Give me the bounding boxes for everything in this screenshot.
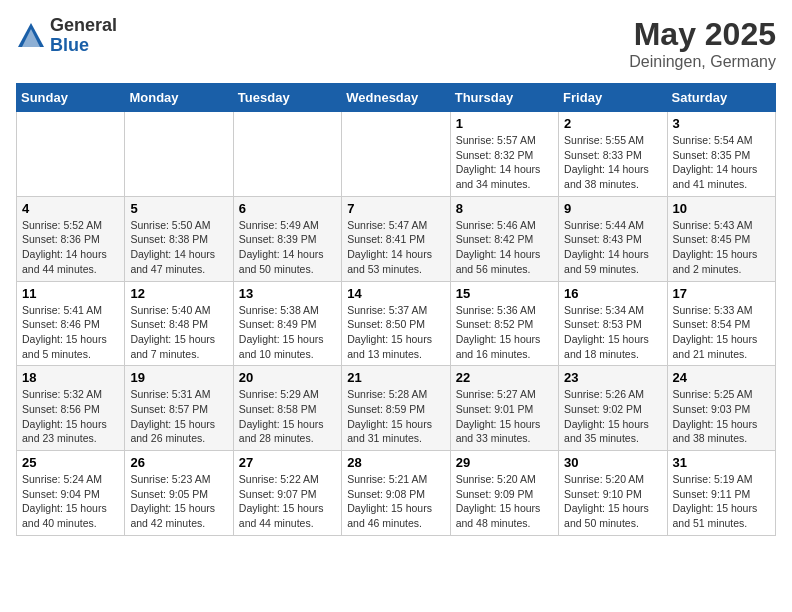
day-info: Sunrise: 5:28 AM Sunset: 8:59 PM Dayligh… xyxy=(347,387,444,446)
calendar-cell: 2Sunrise: 5:55 AM Sunset: 8:33 PM Daylig… xyxy=(559,112,667,197)
calendar-cell: 26Sunrise: 5:23 AM Sunset: 9:05 PM Dayli… xyxy=(125,451,233,536)
day-info: Sunrise: 5:38 AM Sunset: 8:49 PM Dayligh… xyxy=(239,303,336,362)
day-number: 1 xyxy=(456,116,553,131)
day-info: Sunrise: 5:19 AM Sunset: 9:11 PM Dayligh… xyxy=(673,472,770,531)
day-number: 20 xyxy=(239,370,336,385)
day-number: 30 xyxy=(564,455,661,470)
day-number: 16 xyxy=(564,286,661,301)
day-number: 21 xyxy=(347,370,444,385)
title-area: May 2025 Deiningen, Germany xyxy=(629,16,776,71)
day-of-week-header: Friday xyxy=(559,84,667,112)
day-info: Sunrise: 5:31 AM Sunset: 8:57 PM Dayligh… xyxy=(130,387,227,446)
day-number: 6 xyxy=(239,201,336,216)
location-title: Deiningen, Germany xyxy=(629,53,776,71)
calendar-cell: 13Sunrise: 5:38 AM Sunset: 8:49 PM Dayli… xyxy=(233,281,341,366)
calendar-week-row: 25Sunrise: 5:24 AM Sunset: 9:04 PM Dayli… xyxy=(17,451,776,536)
logo: General Blue xyxy=(16,16,117,56)
day-number: 7 xyxy=(347,201,444,216)
logo-text: General Blue xyxy=(50,16,117,56)
day-of-week-header: Saturday xyxy=(667,84,775,112)
calendar-cell: 24Sunrise: 5:25 AM Sunset: 9:03 PM Dayli… xyxy=(667,366,775,451)
calendar-cell: 18Sunrise: 5:32 AM Sunset: 8:56 PM Dayli… xyxy=(17,366,125,451)
day-info: Sunrise: 5:32 AM Sunset: 8:56 PM Dayligh… xyxy=(22,387,119,446)
day-number: 5 xyxy=(130,201,227,216)
calendar-cell: 20Sunrise: 5:29 AM Sunset: 8:58 PM Dayli… xyxy=(233,366,341,451)
day-number: 27 xyxy=(239,455,336,470)
day-number: 19 xyxy=(130,370,227,385)
day-number: 31 xyxy=(673,455,770,470)
day-info: Sunrise: 5:52 AM Sunset: 8:36 PM Dayligh… xyxy=(22,218,119,277)
calendar-cell xyxy=(233,112,341,197)
day-number: 3 xyxy=(673,116,770,131)
calendar-cell: 27Sunrise: 5:22 AM Sunset: 9:07 PM Dayli… xyxy=(233,451,341,536)
calendar-cell: 30Sunrise: 5:20 AM Sunset: 9:10 PM Dayli… xyxy=(559,451,667,536)
day-info: Sunrise: 5:36 AM Sunset: 8:52 PM Dayligh… xyxy=(456,303,553,362)
day-number: 12 xyxy=(130,286,227,301)
day-info: Sunrise: 5:41 AM Sunset: 8:46 PM Dayligh… xyxy=(22,303,119,362)
day-info: Sunrise: 5:46 AM Sunset: 8:42 PM Dayligh… xyxy=(456,218,553,277)
calendar-week-row: 11Sunrise: 5:41 AM Sunset: 8:46 PM Dayli… xyxy=(17,281,776,366)
day-info: Sunrise: 5:27 AM Sunset: 9:01 PM Dayligh… xyxy=(456,387,553,446)
logo-blue-label: Blue xyxy=(50,36,117,56)
day-number: 8 xyxy=(456,201,553,216)
calendar-cell: 25Sunrise: 5:24 AM Sunset: 9:04 PM Dayli… xyxy=(17,451,125,536)
day-number: 15 xyxy=(456,286,553,301)
day-info: Sunrise: 5:55 AM Sunset: 8:33 PM Dayligh… xyxy=(564,133,661,192)
day-info: Sunrise: 5:21 AM Sunset: 9:08 PM Dayligh… xyxy=(347,472,444,531)
calendar-cell: 6Sunrise: 5:49 AM Sunset: 8:39 PM Daylig… xyxy=(233,196,341,281)
day-info: Sunrise: 5:40 AM Sunset: 8:48 PM Dayligh… xyxy=(130,303,227,362)
day-number: 4 xyxy=(22,201,119,216)
day-number: 25 xyxy=(22,455,119,470)
day-info: Sunrise: 5:50 AM Sunset: 8:38 PM Dayligh… xyxy=(130,218,227,277)
calendar-cell: 4Sunrise: 5:52 AM Sunset: 8:36 PM Daylig… xyxy=(17,196,125,281)
day-info: Sunrise: 5:20 AM Sunset: 9:09 PM Dayligh… xyxy=(456,472,553,531)
day-info: Sunrise: 5:49 AM Sunset: 8:39 PM Dayligh… xyxy=(239,218,336,277)
day-of-week-header: Monday xyxy=(125,84,233,112)
day-number: 22 xyxy=(456,370,553,385)
day-number: 14 xyxy=(347,286,444,301)
calendar-cell: 23Sunrise: 5:26 AM Sunset: 9:02 PM Dayli… xyxy=(559,366,667,451)
calendar-cell xyxy=(342,112,450,197)
calendar-cell: 22Sunrise: 5:27 AM Sunset: 9:01 PM Dayli… xyxy=(450,366,558,451)
page-header: General Blue May 2025 Deiningen, Germany xyxy=(16,16,776,71)
calendar-cell xyxy=(17,112,125,197)
day-info: Sunrise: 5:29 AM Sunset: 8:58 PM Dayligh… xyxy=(239,387,336,446)
day-info: Sunrise: 5:44 AM Sunset: 8:43 PM Dayligh… xyxy=(564,218,661,277)
day-info: Sunrise: 5:23 AM Sunset: 9:05 PM Dayligh… xyxy=(130,472,227,531)
calendar-cell: 5Sunrise: 5:50 AM Sunset: 8:38 PM Daylig… xyxy=(125,196,233,281)
day-info: Sunrise: 5:57 AM Sunset: 8:32 PM Dayligh… xyxy=(456,133,553,192)
day-number: 13 xyxy=(239,286,336,301)
calendar-body: 1Sunrise: 5:57 AM Sunset: 8:32 PM Daylig… xyxy=(17,112,776,536)
calendar-cell: 29Sunrise: 5:20 AM Sunset: 9:09 PM Dayli… xyxy=(450,451,558,536)
day-info: Sunrise: 5:20 AM Sunset: 9:10 PM Dayligh… xyxy=(564,472,661,531)
calendar-cell: 19Sunrise: 5:31 AM Sunset: 8:57 PM Dayli… xyxy=(125,366,233,451)
day-info: Sunrise: 5:43 AM Sunset: 8:45 PM Dayligh… xyxy=(673,218,770,277)
day-info: Sunrise: 5:34 AM Sunset: 8:53 PM Dayligh… xyxy=(564,303,661,362)
calendar-cell: 15Sunrise: 5:36 AM Sunset: 8:52 PM Dayli… xyxy=(450,281,558,366)
calendar-cell: 16Sunrise: 5:34 AM Sunset: 8:53 PM Dayli… xyxy=(559,281,667,366)
month-title: May 2025 xyxy=(629,16,776,53)
calendar-cell: 10Sunrise: 5:43 AM Sunset: 8:45 PM Dayli… xyxy=(667,196,775,281)
calendar-cell: 1Sunrise: 5:57 AM Sunset: 8:32 PM Daylig… xyxy=(450,112,558,197)
calendar-cell: 11Sunrise: 5:41 AM Sunset: 8:46 PM Dayli… xyxy=(17,281,125,366)
calendar-table: SundayMondayTuesdayWednesdayThursdayFrid… xyxy=(16,83,776,536)
calendar-cell: 3Sunrise: 5:54 AM Sunset: 8:35 PM Daylig… xyxy=(667,112,775,197)
day-info: Sunrise: 5:33 AM Sunset: 8:54 PM Dayligh… xyxy=(673,303,770,362)
day-info: Sunrise: 5:47 AM Sunset: 8:41 PM Dayligh… xyxy=(347,218,444,277)
day-info: Sunrise: 5:22 AM Sunset: 9:07 PM Dayligh… xyxy=(239,472,336,531)
day-info: Sunrise: 5:25 AM Sunset: 9:03 PM Dayligh… xyxy=(673,387,770,446)
logo-general-label: General xyxy=(50,16,117,36)
day-number: 10 xyxy=(673,201,770,216)
calendar-cell: 9Sunrise: 5:44 AM Sunset: 8:43 PM Daylig… xyxy=(559,196,667,281)
calendar-cell: 17Sunrise: 5:33 AM Sunset: 8:54 PM Dayli… xyxy=(667,281,775,366)
calendar-week-row: 4Sunrise: 5:52 AM Sunset: 8:36 PM Daylig… xyxy=(17,196,776,281)
day-info: Sunrise: 5:37 AM Sunset: 8:50 PM Dayligh… xyxy=(347,303,444,362)
calendar-cell xyxy=(125,112,233,197)
logo-icon xyxy=(16,21,46,51)
day-number: 9 xyxy=(564,201,661,216)
calendar-cell: 21Sunrise: 5:28 AM Sunset: 8:59 PM Dayli… xyxy=(342,366,450,451)
calendar-cell: 8Sunrise: 5:46 AM Sunset: 8:42 PM Daylig… xyxy=(450,196,558,281)
day-number: 18 xyxy=(22,370,119,385)
calendar-cell: 12Sunrise: 5:40 AM Sunset: 8:48 PM Dayli… xyxy=(125,281,233,366)
day-number: 2 xyxy=(564,116,661,131)
